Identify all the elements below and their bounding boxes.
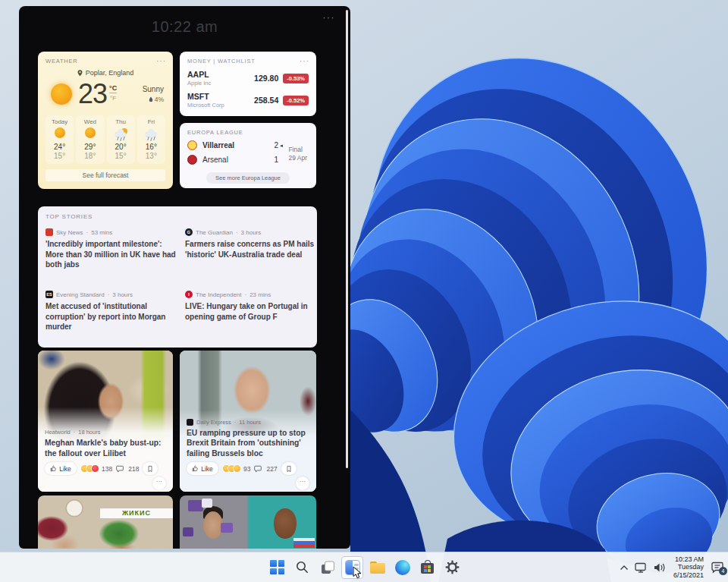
task-view-button[interactable] bbox=[315, 552, 340, 582]
change-badge: -0.53% bbox=[283, 74, 309, 83]
search-button[interactable] bbox=[290, 552, 315, 582]
unit-fahrenheit[interactable]: °F bbox=[110, 95, 116, 102]
unit-celsius[interactable]: °C bbox=[109, 84, 117, 92]
sun-icon bbox=[51, 83, 72, 105]
money-label: MONEY | WATCHLIST bbox=[187, 58, 309, 64]
see-full-forecast-link[interactable]: See full forecast bbox=[46, 169, 165, 181]
weather-condition: Sunny bbox=[143, 85, 164, 93]
card-more-dots[interactable]: ··· bbox=[296, 477, 309, 490]
widgets-button[interactable] bbox=[340, 552, 365, 582]
rain-sun-icon bbox=[114, 127, 127, 141]
panel-scrollbar[interactable] bbox=[346, 10, 348, 468]
folder-icon bbox=[370, 562, 385, 574]
location-pin-icon bbox=[77, 70, 83, 77]
news-card-partial[interactable]: ЖИКИС bbox=[38, 495, 173, 549]
forecast-day[interactable]: Today 24° 15° bbox=[46, 115, 74, 164]
edge-button[interactable] bbox=[390, 552, 415, 582]
top-stories-label: TOP STORIES bbox=[46, 213, 309, 220]
thumbs-up-icon bbox=[192, 465, 199, 472]
story-item[interactable]: IThe Independent·23 mins LIVE: Hungary t… bbox=[185, 291, 315, 322]
reaction-emoji bbox=[233, 464, 241, 473]
bookmark-button[interactable] bbox=[281, 462, 297, 475]
match-team-row: Villarreal 2 ◄ bbox=[187, 140, 284, 150]
settings-button[interactable] bbox=[440, 552, 465, 582]
like-button[interactable]: Like bbox=[45, 462, 77, 475]
news-photo bbox=[180, 495, 316, 549]
news-card[interactable]: Heatworld·18 hours Meghan Markle's baby … bbox=[38, 351, 173, 492]
guardian-icon: G bbox=[185, 228, 193, 236]
money-widget[interactable]: MONEY | WATCHLIST ··· AAPLApple Inc 129.… bbox=[180, 52, 316, 116]
file-explorer-button[interactable] bbox=[365, 552, 390, 582]
news-card[interactable]: Daily Express·11 hours EU ramping pressu… bbox=[180, 351, 316, 492]
network-icon[interactable] bbox=[635, 562, 648, 573]
weather-location: Poplar, England bbox=[86, 69, 134, 77]
comments-button[interactable]: 227 bbox=[254, 465, 277, 473]
change-badge: -0.52% bbox=[283, 96, 309, 105]
weather-menu-dots[interactable]: ··· bbox=[156, 57, 166, 65]
notification-button[interactable]: 4 bbox=[711, 562, 724, 574]
europa-league-widget[interactable]: EUROPA LEAGUE Villarreal 2 ◄ Arsenal 1 F… bbox=[180, 123, 316, 188]
news-headline: EU ramping pressure up to stop Brexit Br… bbox=[187, 428, 312, 459]
start-button[interactable] bbox=[265, 552, 290, 582]
stock-row[interactable]: MSFTMicrosoft Corp 258.54 -0.52% bbox=[187, 92, 309, 109]
widgets-panel: 10:22 am ··· WEATHER ··· Poplar, England… bbox=[19, 6, 350, 549]
weather-forecast: Today 24° 15° Wed 29° 18° Thu 20° 15° Fr… bbox=[46, 115, 165, 164]
forecast-day[interactable]: Wed 29° 18° bbox=[76, 115, 104, 164]
like-button[interactable]: Like bbox=[187, 462, 218, 475]
comment-icon bbox=[254, 465, 262, 473]
card-more-dots[interactable]: ··· bbox=[152, 477, 166, 490]
news-photo: ЖИКИС bbox=[38, 495, 173, 549]
news-source: Heatworld·18 hours bbox=[45, 429, 168, 436]
panel-clock: 10:22 am bbox=[19, 18, 350, 36]
bookmark-button[interactable] bbox=[143, 462, 158, 475]
tray-chevron-up-icon[interactable] bbox=[620, 565, 629, 571]
bookmark-icon bbox=[286, 465, 292, 473]
money-menu-dots[interactable]: ··· bbox=[300, 57, 309, 65]
match-team-row: Arsenal 1 bbox=[187, 155, 284, 165]
stock-row[interactable]: AAPLApple Inc 129.80 -0.53% bbox=[187, 70, 309, 87]
thumbs-up-icon bbox=[50, 465, 57, 472]
story-item[interactable]: GThe Guardian·3 hours Farmers raise conc… bbox=[185, 228, 315, 260]
see-more-europa-link[interactable]: See more Europa League bbox=[206, 172, 290, 184]
sun-icon bbox=[85, 127, 96, 138]
news-source: Daily Express·11 hours bbox=[187, 419, 312, 426]
droplet-icon bbox=[149, 96, 153, 102]
rain-icon bbox=[144, 127, 158, 141]
edge-icon bbox=[395, 560, 410, 575]
daily-express-icon bbox=[187, 419, 193, 426]
settings-gear-icon bbox=[445, 560, 460, 574]
forecast-day[interactable]: Fri 16° 13° bbox=[137, 115, 165, 164]
mouse-cursor bbox=[353, 566, 362, 580]
task-view-icon bbox=[320, 560, 335, 575]
taskbar: 10:23 AM Tuesday 6/15/2021 4 bbox=[0, 552, 728, 582]
news-headline: Meghan Markle's baby bust-up: the fallou… bbox=[45, 438, 168, 458]
tray-clock[interactable]: 10:23 AM Tuesday 6/15/2021 bbox=[673, 555, 704, 580]
story-item[interactable]: Sky News·53 mins 'Incredibly important m… bbox=[46, 228, 176, 270]
panel-menu-dots[interactable]: ··· bbox=[323, 12, 336, 23]
store-icon bbox=[421, 560, 434, 574]
windows-logo-icon bbox=[270, 560, 284, 574]
story-item[interactable]: ESEvening Standard·3 hours Met accused o… bbox=[46, 291, 176, 332]
sun-icon bbox=[55, 127, 65, 138]
independent-icon: I bbox=[185, 291, 193, 298]
top-stories-widget: TOP STORIES Sky News·53 mins 'Incredibly… bbox=[38, 206, 317, 348]
europa-label: EUROPA LEAGUE bbox=[187, 129, 309, 136]
winner-marker: ◄ bbox=[278, 143, 284, 148]
reactions[interactable]: 93 bbox=[222, 464, 250, 473]
bookmark-icon bbox=[147, 465, 153, 473]
volume-icon[interactable] bbox=[654, 562, 666, 573]
photo-banner-text: ЖИКИС bbox=[100, 508, 173, 518]
news-card-partial[interactable] bbox=[180, 495, 316, 549]
search-icon bbox=[295, 560, 309, 574]
comment-icon bbox=[116, 465, 124, 473]
comments-button[interactable]: 218 bbox=[116, 465, 139, 473]
forecast-day[interactable]: Thu 20° 15° bbox=[107, 115, 135, 164]
notification-badge: 4 bbox=[719, 567, 727, 575]
evening-standard-icon: ES bbox=[46, 291, 53, 298]
arsenal-crest-icon bbox=[187, 155, 197, 165]
store-button[interactable] bbox=[415, 552, 440, 582]
match-status: Final 29 Apr bbox=[288, 146, 307, 162]
reactions[interactable]: 138 bbox=[80, 464, 112, 473]
weather-widget[interactable]: WEATHER ··· Poplar, England 23 °C °F Sun… bbox=[38, 52, 173, 189]
villarreal-crest-icon bbox=[187, 140, 197, 150]
